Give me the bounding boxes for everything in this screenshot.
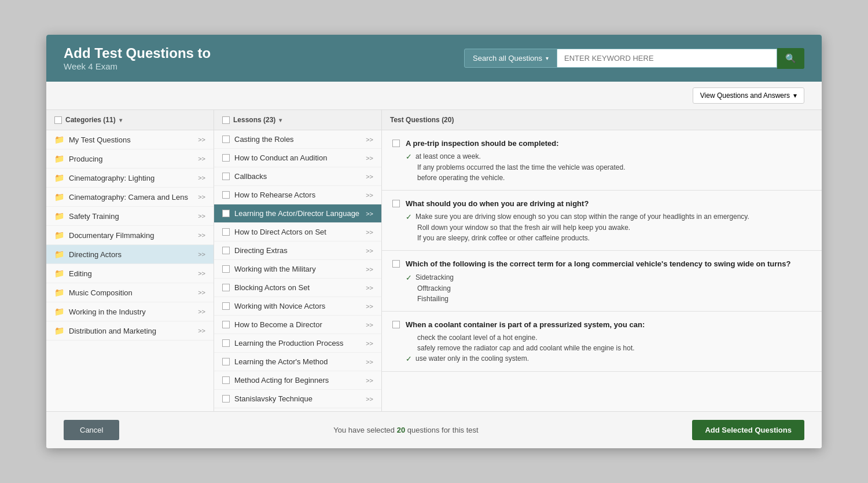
answer-row: ✓ use water only in the cooling system.: [406, 354, 811, 363]
chevron-right-icon: >>: [198, 155, 205, 162]
lesson-item[interactable]: How to Rehearse Actors >>: [214, 186, 381, 204]
lesson-item[interactable]: Working with Novice Actors >>: [214, 297, 381, 316]
lesson-label: Callbacks: [234, 172, 361, 181]
category-item[interactable]: 📁 Cinematography: Camera and Lens >>: [46, 188, 214, 207]
lesson-item[interactable]: Blocking Actors on Set >>: [214, 279, 381, 297]
lesson-checkbox[interactable]: [222, 302, 230, 310]
lesson-item[interactable]: Stanislavsky Technique >>: [214, 390, 381, 408]
category-item[interactable]: 📁 Working in the Industry >>: [46, 302, 214, 321]
lesson-checkbox[interactable]: [222, 191, 230, 199]
view-button-label: View Questions and Answers: [700, 92, 790, 100]
question-checkbox[interactable]: [392, 200, 400, 207]
chevron-right-icon: >>: [198, 327, 205, 334]
lesson-label: Learning the Production Process: [234, 339, 361, 347]
lesson-checkbox[interactable]: [222, 358, 230, 365]
view-questions-answers-button[interactable]: View Questions and Answers ▾: [693, 87, 804, 104]
lesson-checkbox[interactable]: [222, 339, 230, 347]
categories-panel-header: Categories (11) ▾: [46, 110, 214, 130]
search-button[interactable]: 🔍: [777, 48, 804, 69]
category-item[interactable]: 📁 Music Composition >>: [46, 283, 214, 302]
lesson-item[interactable]: How to Direct Actors on Set >>: [214, 223, 381, 241]
categories-select-all-checkbox[interactable]: [54, 116, 62, 124]
category-label: Safety Training: [69, 212, 193, 221]
chevron-right-icon: >>: [366, 266, 373, 273]
chevron-right-icon: >>: [366, 396, 373, 402]
lesson-label: How to Direct Actors on Set: [234, 228, 361, 236]
folder-icon: 📁: [54, 250, 64, 259]
lesson-item[interactable]: Learning the Production Process >>: [214, 334, 381, 353]
lessons-select-all-checkbox[interactable]: [222, 116, 230, 124]
answer-row: check the coolant level of a hot engine.: [406, 334, 811, 342]
question-checkbox[interactable]: [392, 140, 400, 147]
lesson-item[interactable]: Learning How to Interpret the Script >>: [214, 408, 381, 411]
question-block: What should you do when you are driving …: [382, 191, 822, 251]
chevron-right-icon: >>: [366, 247, 373, 254]
answer-row: Fishtailing: [406, 295, 811, 303]
lesson-checkbox[interactable]: [222, 321, 230, 328]
answer-text: before operating the vehicle.: [417, 174, 505, 182]
lesson-item[interactable]: Learning the Actor/Director Language >>: [214, 204, 381, 223]
category-label: My Test Questions: [69, 136, 193, 144]
question-checkbox[interactable]: [392, 260, 400, 268]
answer-row: safely remove the radiator cap and add c…: [406, 344, 811, 352]
lesson-label: Directing Extras: [234, 246, 361, 255]
search-input[interactable]: [557, 49, 777, 68]
answer-text: Fishtailing: [417, 295, 448, 303]
sort-icon: ▾: [279, 117, 282, 123]
chevron-right-icon: >>: [366, 303, 373, 310]
lesson-checkbox[interactable]: [222, 247, 230, 254]
search-area: Search all Questions ▾ 🔍: [464, 48, 804, 69]
lesson-item[interactable]: How to Become a Director >>: [214, 316, 381, 334]
modal-title: Add Test Questions to: [64, 45, 211, 61]
lesson-checkbox[interactable]: [222, 210, 230, 217]
lesson-checkbox[interactable]: [222, 173, 230, 180]
chevron-right-icon: >>: [366, 284, 373, 291]
category-label: Distribution and Marketing: [69, 327, 193, 335]
toolbar: View Questions and Answers ▾: [46, 82, 822, 110]
check-icon: ✓: [406, 213, 412, 221]
answers-list: ✓ at least once a week. If any problems …: [406, 152, 811, 182]
lesson-checkbox[interactable]: [222, 265, 230, 273]
lesson-item[interactable]: Method Acting for Beginners >>: [214, 371, 381, 390]
questions-panel-header: Test Questions (20): [382, 110, 822, 130]
lesson-item[interactable]: Casting the Roles >>: [214, 130, 381, 149]
search-icon: 🔍: [785, 53, 796, 63]
category-item[interactable]: 📁 Cinematography: Lighting >>: [46, 169, 214, 188]
answers-list: check the coolant level of a hot engine.…: [406, 334, 811, 363]
answer-text: safely remove the radiator cap and add c…: [417, 344, 635, 352]
lesson-label: Learning the Actor/Director Language: [234, 209, 361, 218]
cancel-button[interactable]: Cancel: [64, 420, 119, 440]
question-block: Which of the following is the correct te…: [382, 251, 822, 311]
search-scope-button[interactable]: Search all Questions ▾: [464, 49, 557, 68]
questions-header-label: Test Questions (20): [390, 116, 454, 124]
lesson-item[interactable]: How to Conduct an Audition >>: [214, 149, 381, 167]
status-count: 20: [397, 426, 405, 434]
answer-text: use water only in the cooling system.: [415, 354, 529, 363]
category-item[interactable]: 📁 Editing >>: [46, 264, 214, 283]
lesson-checkbox[interactable]: [222, 136, 230, 143]
lesson-checkbox[interactable]: [222, 154, 230, 162]
folder-icon: 📁: [54, 135, 64, 144]
modal-container: Add Test Questions to Week 4 Exam Search…: [46, 35, 822, 448]
category-item[interactable]: 📁 Directing Actors >>: [46, 245, 214, 264]
lesson-checkbox[interactable]: [222, 284, 230, 291]
lesson-item[interactable]: Working with the Military >>: [214, 260, 381, 279]
category-item[interactable]: 📁 Safety Training >>: [46, 207, 214, 226]
category-item[interactable]: 📁 Producing >>: [46, 149, 214, 169]
lesson-item[interactable]: Learning the Actor's Method >>: [214, 353, 381, 371]
category-item[interactable]: 📁 Distribution and Marketing >>: [46, 321, 214, 341]
lesson-item[interactable]: Directing Extras >>: [214, 241, 381, 260]
add-selected-questions-button[interactable]: Add Selected Questions: [692, 420, 804, 440]
check-icon: ✓: [406, 273, 412, 282]
check-icon: ✓: [406, 354, 412, 363]
answer-row: ✓ Sidetracking: [406, 273, 811, 282]
lesson-checkbox[interactable]: [222, 395, 230, 402]
lesson-item[interactable]: Callbacks >>: [214, 167, 381, 186]
lesson-checkbox[interactable]: [222, 228, 230, 236]
question-text: What should you do when you are driving …: [406, 199, 811, 209]
question-checkbox[interactable]: [392, 321, 400, 328]
search-scope-label: Search all Questions: [473, 54, 542, 63]
lesson-checkbox[interactable]: [222, 376, 230, 384]
category-item[interactable]: 📁 Documentary Filmmaking >>: [46, 226, 214, 245]
category-item[interactable]: 📁 My Test Questions >>: [46, 130, 214, 149]
